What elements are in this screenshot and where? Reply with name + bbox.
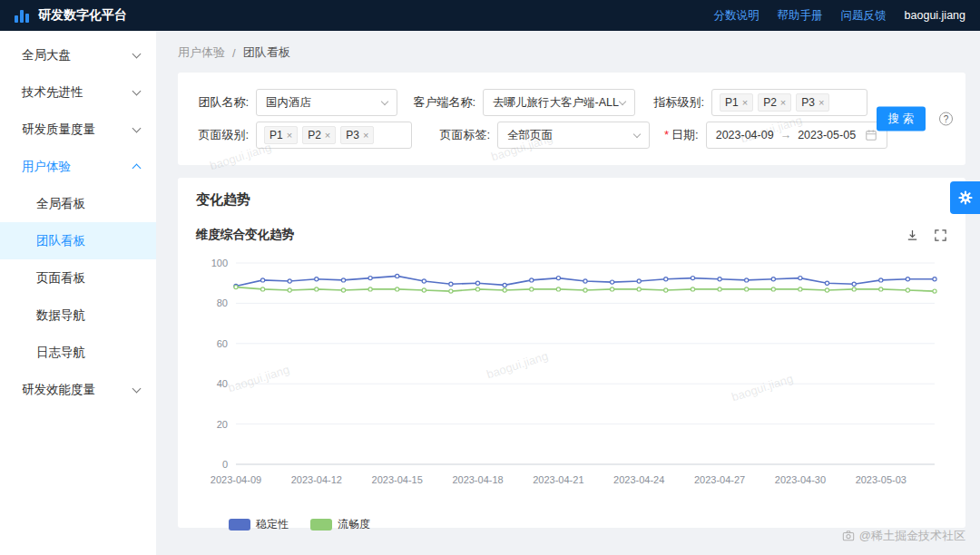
svg-text:2023-04-30: 2023-04-30 (775, 474, 826, 485)
sidebar-item-global-board[interactable]: 全局看板 (0, 185, 156, 222)
link-feedback[interactable]: 问题反馈 (841, 8, 887, 24)
help-icon[interactable]: ? (939, 112, 953, 126)
juejin-watermark: @稀土掘金技术社区 (842, 528, 965, 544)
legend-item-stability[interactable]: 稳定性 (229, 517, 289, 532)
metric-level-label: 指标级别: (650, 94, 704, 111)
sidebar-item-rd-efficiency[interactable]: 研发效能度量 (0, 371, 156, 408)
date-range-arrow: → (780, 129, 792, 141)
page-level-label: 页面级别: (194, 127, 249, 143)
client-select[interactable]: 去哪儿旅行大客户端-ALL (483, 89, 635, 116)
svg-text:2023-04-18: 2023-04-18 (452, 474, 503, 485)
chart-legend: 稳定性 流畅度 (229, 517, 947, 532)
page-tag-select[interactable]: 全部页面 (497, 122, 650, 149)
panel-title: 变化趋势 (196, 191, 947, 209)
link-help-manual[interactable]: 帮助手册 (778, 8, 823, 24)
sidebar-item-rd-quality[interactable]: 研发质量度量 (0, 111, 156, 148)
breadcrumb: 用户体验 / 团队看板 (178, 44, 965, 61)
chevron-down-icon (619, 97, 626, 104)
svg-text:80: 80 (217, 297, 228, 308)
legend-item-fluency[interactable]: 流畅度 (310, 517, 370, 532)
chevron-down-icon (132, 49, 142, 58)
svg-text:40: 40 (217, 378, 228, 389)
app-logo-icon (15, 8, 31, 23)
svg-text:60: 60 (217, 338, 228, 349)
team-select[interactable]: 国内酒店 (256, 89, 397, 116)
sidebar: 全局大盘 技术先进性 研发质量度量 用户体验 全局看板 团队看板 页面看板 数据… (0, 31, 156, 555)
svg-text:2023-04-27: 2023-04-27 (694, 474, 745, 485)
chevron-up-icon (132, 164, 142, 173)
date-end: 2023-05-05 (798, 129, 856, 141)
tag: P2× (758, 93, 791, 112)
client-name-label: 客户端名称: (412, 94, 475, 111)
chevron-down-icon (132, 384, 142, 393)
breadcrumb-current: 团队看板 (243, 44, 290, 61)
date-label: *日期: (664, 127, 699, 143)
sidebar-item-user-experience[interactable]: 用户体验 (0, 148, 156, 185)
calendar-icon (865, 129, 877, 141)
svg-text:100: 100 (211, 258, 228, 268)
chevron-down-icon (132, 86, 142, 95)
chevron-down-icon (381, 97, 388, 104)
chevron-down-icon (132, 123, 142, 132)
legend-marker (310, 519, 332, 531)
sidebar-item-tech-advancement[interactable]: 技术先进性 (0, 73, 156, 111)
user-menu[interactable]: baogui.jiang (905, 9, 965, 22)
top-bar: 研发数字化平台 分数说明 帮助手册 问题反馈 baogui.jiang (0, 0, 980, 31)
svg-text:2023-04-12: 2023-04-12 (291, 474, 342, 485)
svg-text:2023-04-15: 2023-04-15 (372, 474, 423, 485)
page-level-multiselect[interactable]: P1× P2× P3× (256, 122, 412, 149)
tag: P1× (720, 93, 753, 112)
trend-panel: 变化趋势 维度综合变化趋势 0204060801002023-04-092023… (178, 178, 965, 528)
tag-remove-icon[interactable]: × (325, 131, 330, 141)
tag: P3× (796, 93, 829, 112)
breadcrumb-parent[interactable]: 用户体验 (178, 44, 225, 61)
sidebar-item-page-board[interactable]: 页面看板 (0, 259, 156, 297)
main-content: 用户体验 / 团队看板 团队名称: 国内酒店 客户端名称: 去哪儿旅行大客户端-… (156, 31, 980, 555)
camera-icon (842, 530, 855, 542)
search-button[interactable]: 搜 索 (877, 107, 926, 131)
legend-marker (229, 519, 250, 531)
chevron-down-icon (633, 130, 641, 137)
sidebar-item-data-nav[interactable]: 数据导航 (0, 297, 156, 334)
tag-remove-icon[interactable]: × (780, 98, 786, 108)
tag-remove-icon[interactable]: × (287, 131, 292, 141)
sidebar-item-team-board[interactable]: 团队看板 (0, 222, 156, 259)
fullscreen-icon[interactable] (934, 229, 947, 242)
svg-text:2023-04-24: 2023-04-24 (613, 474, 664, 485)
settings-button[interactable] (950, 181, 980, 214)
breadcrumb-separator: / (232, 46, 236, 60)
date-start: 2023-04-09 (716, 129, 774, 141)
sidebar-item-global-dashboard[interactable]: 全局大盘 (0, 36, 156, 73)
app-title: 研发数字化平台 (38, 7, 127, 24)
tag: P3× (340, 126, 374, 144)
date-range-picker[interactable]: 2023-04-09 → 2023-05-05 (706, 122, 887, 149)
tag-remove-icon[interactable]: × (742, 98, 748, 108)
page-tag-label: 页面标签: (426, 127, 490, 143)
trend-line-chart[interactable]: 0204060801002023-04-092023-04-122023-04-… (196, 254, 947, 492)
svg-text:20: 20 (217, 419, 228, 430)
filter-panel: 团队名称: 国内酒店 客户端名称: 去哪儿旅行大客户端-ALL 指标级别: (178, 73, 965, 165)
sidebar-item-log-nav[interactable]: 日志导航 (0, 334, 156, 371)
svg-text:2023-05-03: 2023-05-03 (856, 474, 906, 485)
metric-level-multiselect[interactable]: P1× P2× P3× (711, 89, 867, 116)
svg-text:2023-04-09: 2023-04-09 (211, 474, 261, 485)
tag-remove-icon[interactable]: × (363, 131, 368, 141)
team-name-label: 团队名称: (194, 94, 249, 111)
tag: P1× (264, 126, 298, 144)
gear-icon (957, 190, 974, 206)
link-score-explain[interactable]: 分数说明 (714, 8, 760, 24)
tag: P2× (302, 126, 336, 144)
download-icon[interactable] (906, 229, 919, 242)
chart-title: 维度综合变化趋势 (196, 227, 294, 243)
tag-remove-icon[interactable]: × (818, 98, 824, 108)
required-asterisk: * (664, 128, 669, 141)
svg-text:2023-04-21: 2023-04-21 (533, 474, 583, 485)
svg-text:0: 0 (222, 459, 228, 470)
